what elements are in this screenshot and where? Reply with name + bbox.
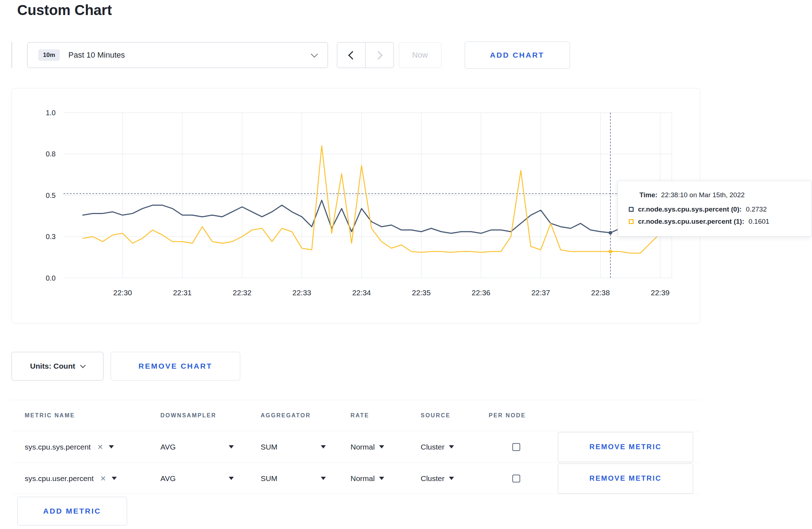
svg-text:0.0: 0.0 [46, 274, 56, 282]
tooltip-series-row: cr.node.sys.cpu.user.percent (1): 0.1601 [629, 218, 801, 225]
col-header-downsampler: DOWNSAMPLER [160, 412, 261, 419]
caret-down-icon [229, 445, 234, 448]
svg-text:0.8: 0.8 [46, 150, 56, 158]
svg-text:22:34: 22:34 [352, 288, 371, 297]
aggregator-value: SUM [261, 474, 277, 483]
per-node-checkbox[interactable] [512, 443, 520, 451]
svg-text:22:38: 22:38 [591, 288, 610, 297]
svg-text:22:33: 22:33 [293, 288, 311, 297]
col-header-per-node: PER NODE [489, 412, 558, 419]
downsampler-select[interactable]: AVG [160, 443, 234, 451]
remove-chart-button[interactable]: REMOVE CHART [111, 352, 240, 380]
caret-down-icon[interactable] [109, 445, 114, 448]
units-dropdown[interactable]: Units: Count [11, 352, 103, 380]
tooltip-series-name: cr.node.sys.cpu.user.percent (1): [638, 218, 744, 225]
source-select[interactable]: Cluster [421, 474, 454, 483]
clear-metric-icon[interactable]: ✕ [100, 474, 106, 483]
time-range-label: Past 10 Minutes [68, 50, 125, 60]
caret-down-icon [321, 445, 326, 448]
per-node-checkbox[interactable] [512, 475, 520, 482]
svg-text:22:36: 22:36 [472, 288, 490, 297]
aggregator-value: SUM [261, 443, 277, 451]
add-metric-button[interactable]: ADD METRIC [17, 497, 127, 525]
aggregator-select[interactable]: SUM [261, 443, 326, 451]
col-header-rate: RATE [351, 412, 421, 419]
chart-actions-row: Units: Count REMOVE CHART [11, 352, 240, 380]
time-pager [337, 42, 394, 68]
chart-card: 0.00.30.50.81.022:3022:3122:3222:3322:34… [11, 88, 700, 324]
now-button[interactable]: Now [399, 42, 441, 68]
metric-row: sys.cpu.sys.percent ✕ AVG SUM Normal Clu… [11, 431, 700, 463]
metrics-table: METRIC NAME DOWNSAMPLER AGGREGATOR RATE … [11, 400, 700, 494]
chevron-down-icon [80, 362, 86, 368]
downsampler-value: AVG [160, 474, 176, 483]
chevron-down-icon [311, 50, 318, 58]
col-header-metric-name: METRIC NAME [25, 412, 160, 419]
chart-tooltip: Time:22:38:10 on Mar 15th, 2022 cr.node.… [618, 181, 812, 237]
add-chart-button[interactable]: ADD CHART [465, 42, 570, 69]
toolbar-divider [11, 42, 12, 68]
svg-text:22:39: 22:39 [651, 288, 670, 297]
downsampler-value: AVG [160, 443, 176, 451]
caret-down-icon [379, 477, 384, 480]
svg-text:0.3: 0.3 [46, 233, 56, 241]
caret-down-icon [449, 477, 454, 480]
next-range-button[interactable] [365, 42, 394, 68]
clear-metric-icon[interactable]: ✕ [97, 443, 103, 451]
caret-down-icon [229, 477, 234, 480]
svg-text:22:30: 22:30 [113, 288, 132, 297]
rate-select[interactable]: Normal [351, 474, 384, 483]
series-swatch-user-icon [629, 219, 634, 224]
remove-metric-button[interactable]: REMOVE METRIC [558, 464, 693, 494]
remove-metric-button[interactable]: REMOVE METRIC [558, 432, 693, 462]
metric-row: sys.cpu.user.percent ✕ AVG SUM Normal Cl… [11, 463, 700, 494]
custom-chart-page: Custom Chart 10m Past 10 Minutes Now ADD… [0, 0, 812, 529]
tooltip-series-value: 0.2732 [746, 205, 767, 213]
metrics-table-header: METRIC NAME DOWNSAMPLER AGGREGATOR RATE … [11, 400, 700, 431]
col-header-aggregator: AGGREGATOR [261, 412, 351, 419]
svg-text:22:37: 22:37 [531, 288, 550, 297]
metric-name-select[interactable]: sys.cpu.user.percent ✕ [25, 474, 160, 483]
tooltip-time: Time:22:38:10 on Mar 15th, 2022 [639, 191, 801, 199]
tooltip-time-label: Time: [639, 191, 657, 199]
metric-name-value[interactable]: sys.cpu.sys.percent [25, 443, 91, 451]
series-swatch-sys-icon [629, 207, 634, 212]
time-range-dropdown[interactable]: 10m Past 10 Minutes [27, 42, 328, 68]
rate-select[interactable]: Normal [351, 443, 384, 451]
svg-text:22:31: 22:31 [173, 288, 192, 297]
chevron-right-icon [374, 51, 382, 59]
svg-text:22:35: 22:35 [412, 288, 431, 297]
source-value: Cluster [421, 474, 445, 483]
caret-down-icon [321, 477, 326, 480]
tooltip-series-row: cr.node.sys.cpu.sys.percent (0): 0.2732 [629, 205, 801, 213]
tooltip-series-name: cr.node.sys.cpu.sys.percent (0): [638, 205, 741, 213]
caret-down-icon [449, 445, 454, 448]
time-range-badge: 10m [38, 49, 60, 61]
aggregator-select[interactable]: SUM [261, 474, 326, 483]
chevron-left-icon [348, 51, 357, 59]
svg-text:22:32: 22:32 [233, 288, 251, 297]
rate-value: Normal [351, 474, 375, 483]
source-select[interactable]: Cluster [421, 443, 454, 451]
page-title: Custom Chart [17, 2, 112, 18]
source-value: Cluster [421, 443, 445, 451]
tooltip-series-value: 0.1601 [749, 218, 769, 225]
svg-text:0.5: 0.5 [46, 191, 56, 199]
time-toolbar: 10m Past 10 Minutes Now ADD CHART [11, 42, 570, 69]
tooltip-time-value: 22:38:10 on Mar 15th, 2022 [661, 191, 744, 199]
col-header-source: SOURCE [421, 412, 489, 419]
svg-text:1.0: 1.0 [46, 109, 56, 117]
metric-name-value[interactable]: sys.cpu.user.percent [25, 474, 94, 483]
units-label: Units: Count [30, 362, 75, 370]
rate-value: Normal [351, 443, 375, 451]
caret-down-icon[interactable] [112, 477, 117, 480]
line-chart[interactable]: 0.00.30.50.81.022:3022:3122:3222:3322:34… [12, 88, 700, 323]
prev-range-button[interactable] [337, 42, 366, 68]
downsampler-select[interactable]: AVG [160, 474, 234, 483]
metric-name-select[interactable]: sys.cpu.sys.percent ✕ [25, 443, 160, 451]
caret-down-icon [379, 445, 384, 448]
